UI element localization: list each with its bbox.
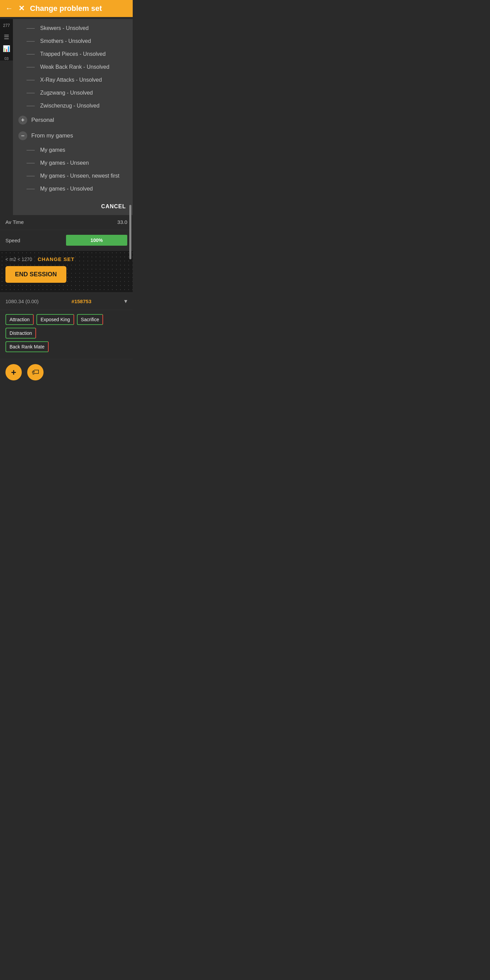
session-section: < m2 < 1270 CHANGE SET END SESSION — [0, 251, 133, 292]
speed-label: Speed — [5, 237, 20, 243]
game-link[interactable]: #158753 — [72, 298, 91, 304]
personal-section-header[interactable]: + Personal — [13, 112, 133, 128]
branch-line — [27, 163, 35, 163]
from-my-games-section-header[interactable]: − From my games — [13, 128, 133, 143]
tag-back-rank-mate[interactable]: Back Rank Mate — [5, 341, 49, 352]
chevron-down-icon[interactable]: ▾ — [124, 298, 127, 305]
list-item-zugzwang[interactable]: Zugzwang - Unsolved — [13, 86, 133, 99]
speed-row: Speed 100% — [0, 230, 133, 251]
item-label-my-games-unseen-newest: My games - Unseen, newest first — [40, 173, 119, 179]
elo-range: < m2 < 1270 — [5, 256, 32, 262]
list-item-smothers[interactable]: Smothers - Unsolved — [13, 35, 133, 48]
tag-sacrifice[interactable]: Sacrifice — [77, 314, 103, 325]
branch-line — [27, 41, 35, 41]
av-time-value: 33.0 — [118, 219, 127, 225]
cancel-button[interactable]: CANCEL — [101, 204, 126, 210]
bottom-actions: + 🏷 — [0, 359, 133, 385]
item-label-my-games-unseen: My games - Unseen — [40, 160, 89, 166]
close-icon[interactable]: ✕ — [18, 4, 24, 13]
tag-attraction[interactable]: Attraction — [5, 314, 34, 325]
sidebar-chart-icon[interactable]: 📊 — [3, 45, 10, 52]
add-button[interactable]: + — [5, 364, 22, 380]
branch-line — [27, 54, 35, 54]
speed-bar[interactable]: 100% — [66, 235, 127, 246]
personal-expand-button[interactable]: + — [18, 116, 27, 124]
sidebar-rating: 277 — [3, 22, 10, 29]
tags-row-2: Back Rank Mate — [5, 341, 127, 352]
game-info-row[interactable]: 1080.34 (0.00) #158753 ▾ — [0, 292, 133, 310]
page-title: Change problem set — [30, 4, 102, 13]
branch-line — [27, 28, 35, 29]
sidebar-rating2: 03 — [5, 56, 8, 60]
branch-line — [27, 189, 35, 189]
item-label-zwischenzug: Zwischenzug - Unsolved — [40, 103, 99, 109]
change-set-button[interactable]: CHANGE SET — [38, 256, 75, 262]
av-time-label: Av Time — [5, 219, 24, 225]
game-score: 1080.34 (0.00) — [5, 298, 39, 304]
change-set-row: < m2 < 1270 CHANGE SET — [5, 256, 127, 262]
list-item-zwischenzug[interactable]: Zwischenzug - Unsolved — [13, 99, 133, 112]
branch-line — [27, 80, 35, 80]
change-problem-set-panel: Skewers - Unsolved Smothers - Unsolved T… — [13, 19, 133, 215]
item-label-weak-back-rank: Weak Back Rank - Unsolved — [40, 64, 109, 70]
list-item-my-games-unseen[interactable]: My games - Unseen — [13, 156, 133, 169]
item-label-smothers: Smothers - Unsolved — [40, 38, 91, 44]
header-bar: ← ✕ Change problem set — [0, 0, 133, 17]
branch-line — [27, 67, 35, 67]
branch-line — [27, 150, 35, 150]
list-item-my-games-unsolved[interactable]: My games - Unsolved — [13, 182, 133, 195]
item-label-my-games: My games — [40, 147, 65, 153]
end-session-button[interactable]: END SESSION — [5, 266, 66, 283]
back-icon[interactable]: ← — [5, 4, 13, 13]
speed-value: 100% — [91, 237, 103, 243]
item-label-skewers: Skewers - Unsolved — [40, 25, 89, 31]
item-label-my-games-unsolved: My games - Unsolved — [40, 186, 93, 192]
sidebar: 277 ☰ 📊 03 — [0, 19, 13, 60]
list-item-my-games[interactable]: My games — [13, 143, 133, 156]
list-item-weak-back-rank[interactable]: Weak Back Rank - Unsolved — [13, 60, 133, 73]
list-item-skewers[interactable]: Skewers - Unsolved — [13, 22, 133, 35]
scrollbar[interactable] — [129, 205, 131, 259]
from-my-games-collapse-button[interactable]: − — [18, 131, 27, 140]
list-item-my-games-unseen-newest[interactable]: My games - Unseen, newest first — [13, 169, 133, 182]
tag-icon-button[interactable]: 🏷 — [27, 364, 43, 380]
av-time-row: Av Time 33.0 — [0, 215, 133, 230]
sidebar-menu-icon[interactable]: ☰ — [4, 33, 9, 41]
item-label-trapped-pieces: Trapped Pieces - Unsolved — [40, 51, 105, 57]
list-item-trapped-pieces[interactable]: Trapped Pieces - Unsolved — [13, 48, 133, 60]
personal-label: Personal — [31, 117, 54, 124]
item-label-zugzwang: Zugzwang - Unsolved — [40, 90, 93, 96]
item-label-xray: X-Ray Attacks - Unsolved — [40, 77, 102, 83]
tag-exposed-king[interactable]: Exposed King — [37, 314, 74, 325]
tags-row: Attraction Exposed King Sacrifice Distra… — [5, 314, 127, 339]
tag-distraction[interactable]: Distraction — [5, 328, 36, 339]
cancel-row: CANCEL — [13, 198, 133, 215]
branch-line — [27, 106, 35, 106]
list-item-xray[interactable]: X-Ray Attacks - Unsolved — [13, 73, 133, 86]
tree-list-unsolved: Skewers - Unsolved Smothers - Unsolved T… — [13, 19, 133, 198]
tags-section: Attraction Exposed King Sacrifice Distra… — [0, 310, 133, 359]
branch-line — [27, 176, 35, 176]
from-my-games-label: From my games — [31, 132, 73, 139]
branch-line — [27, 93, 35, 93]
